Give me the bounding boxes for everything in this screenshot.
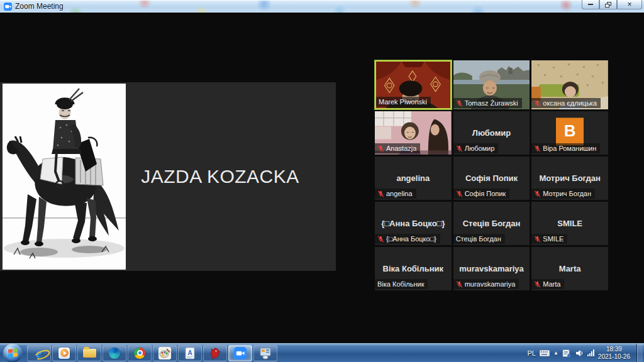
participant-tile-oksana[interactable]: оксана єдлицька <box>531 60 608 109</box>
participant-tile-anastazja[interactable]: Anastazja <box>375 111 452 155</box>
taskbar-red-creature-app[interactable] <box>203 345 227 361</box>
taskbar-wordpad[interactable]: A <box>178 345 202 361</box>
muted-mic-icon <box>534 145 541 152</box>
keyboard-tray-icon[interactable] <box>540 350 550 356</box>
muted-mic-icon <box>456 145 463 152</box>
windows-logo-icon <box>8 348 18 358</box>
participant-tile-vira[interactable]: B Віра Романишин <box>531 111 608 155</box>
muted-mic-icon <box>534 236 541 243</box>
participant-name-label: Marta <box>531 279 564 289</box>
shared-screen-slide: JAZDA KOZACKA <box>0 82 336 271</box>
participant-tile-lyubomyr[interactable]: Любомир Любомир <box>453 111 530 155</box>
muted-mic-icon <box>534 190 541 197</box>
window-title: Zoom Meeting <box>15 2 64 11</box>
network-signal-icon[interactable] <box>587 349 594 356</box>
taskbar-paint[interactable] <box>153 345 177 361</box>
close-button[interactable]: × <box>617 0 642 9</box>
participant-name-label: Marek Piwonski <box>376 97 431 107</box>
taskbar-internet-explorer[interactable]: e <box>27 345 51 361</box>
participant-tile-muravska[interactable]: muravskamariya muravskamariya <box>453 247 530 290</box>
participant-name-label: оксана єдлицька <box>531 98 601 108</box>
cossack-rider-illustration <box>3 84 126 270</box>
show-desktop-strip[interactable] <box>636 344 643 362</box>
muted-mic-icon <box>377 145 384 152</box>
restore-icon <box>605 2 611 8</box>
participant-tile-marta[interactable]: Marta Marta <box>531 247 608 290</box>
participant-name-label: Любомир <box>453 143 499 153</box>
participant-name-label: angelina <box>375 189 416 199</box>
muted-mic-icon <box>377 236 384 243</box>
internet-explorer-icon: e <box>36 347 42 359</box>
meeting-content: JAZDA KOZACKA <box>0 13 644 343</box>
participant-tile-vika[interactable]: Віка Кобільник Віка Кобільник <box>375 247 452 290</box>
display-settings-icon <box>259 347 272 359</box>
minimize-button[interactable] <box>582 0 599 9</box>
participant-tile-angelina[interactable]: angelina angelina <box>375 156 452 200</box>
document-a-icon: A <box>184 347 196 359</box>
participant-gallery: Marek Piwonski <box>375 60 608 290</box>
taskbar-edge[interactable] <box>103 345 126 361</box>
tray-date: 2021-10-26 <box>598 353 630 360</box>
taskbar-zoom[interactable] <box>228 345 252 361</box>
participant-name-label: SMILE <box>531 234 567 244</box>
red-creature-icon <box>209 347 221 359</box>
start-button[interactable] <box>3 344 22 362</box>
taskbar-file-explorer[interactable] <box>77 345 101 361</box>
participant-name-label: Віка Кобільник <box>375 279 428 289</box>
participant-tile-stetsiv[interactable]: Стеців Богдан Стеців Богдан <box>453 202 530 245</box>
svg-text:A: A <box>187 349 192 356</box>
system-tray: PL ▲ 18:39 2021-10-26 <box>527 344 644 362</box>
participant-tile-motrych[interactable]: Мотрич Богдан Мотрич Богдан <box>531 156 608 200</box>
muted-mic-icon <box>534 100 541 107</box>
window-titlebar: Zoom Meeting × <box>0 0 644 13</box>
zoom-app-icon <box>4 3 12 11</box>
paint-icon <box>158 347 171 359</box>
participant-name-label: Мотрич Богдан <box>531 189 595 199</box>
muted-mic-icon <box>377 190 384 197</box>
muted-mic-icon <box>534 281 541 288</box>
participant-name-label: {□Анна Боцко□} <box>375 234 440 244</box>
edge-icon <box>109 348 120 359</box>
tray-time: 18:39 <box>606 346 622 353</box>
language-indicator[interactable]: PL <box>527 349 535 357</box>
folder-icon <box>83 349 96 358</box>
participant-name-label: Tomasz Żurawski <box>453 98 522 108</box>
restore-button[interactable] <box>599 0 617 9</box>
zoom-icon <box>234 347 247 359</box>
slide-title: JAZDA KOZACKA <box>141 166 299 187</box>
participant-tile-smile[interactable]: SMILE SMILE <box>531 202 608 245</box>
media-player-icon <box>58 348 70 359</box>
window-controls: × <box>582 0 644 9</box>
muted-mic-icon <box>456 190 463 197</box>
taskbar-chrome[interactable] <box>128 345 152 361</box>
minimize-icon <box>588 2 593 5</box>
participant-name-label: Стеців Богдан <box>453 234 505 244</box>
close-icon: × <box>627 1 631 8</box>
participant-name-label: Anastazja <box>375 143 420 153</box>
muted-mic-icon <box>456 100 463 107</box>
participant-avatar: B <box>556 118 584 145</box>
participant-tile-sofia[interactable]: Софія Попик Софія Попик <box>453 156 530 200</box>
taskbar-media-player[interactable] <box>52 345 76 361</box>
tray-clock[interactable]: 18:39 2021-10-26 <box>598 346 630 361</box>
participant-tile-tomasz[interactable]: Tomasz Żurawski <box>453 60 530 109</box>
taskbar-display-settings[interactable] <box>253 345 277 361</box>
participant-name-label: muravskamariya <box>453 279 519 289</box>
muted-mic-icon <box>456 281 463 288</box>
desktop-screen: Zoom Meeting × <box>0 0 644 362</box>
action-center-icon[interactable] <box>562 349 571 358</box>
participant-name-label: Софія Попик <box>453 189 510 199</box>
participant-tile-marek[interactable]: Marek Piwonski <box>375 60 452 109</box>
show-hidden-icons-button[interactable]: ▲ <box>553 350 558 356</box>
slide-title-area: JAZDA KOZACKA <box>128 82 336 271</box>
chrome-icon <box>134 348 145 359</box>
participant-tile-anna[interactable]: {□Анна Боцко□} {□Анна Боцко□} <box>375 202 452 245</box>
taskbar: e A PL ▲ 18:39 2021-10-26 <box>0 343 644 362</box>
participant-name-label: Віра Романишин <box>531 143 600 153</box>
speaker-icon[interactable] <box>575 349 584 357</box>
